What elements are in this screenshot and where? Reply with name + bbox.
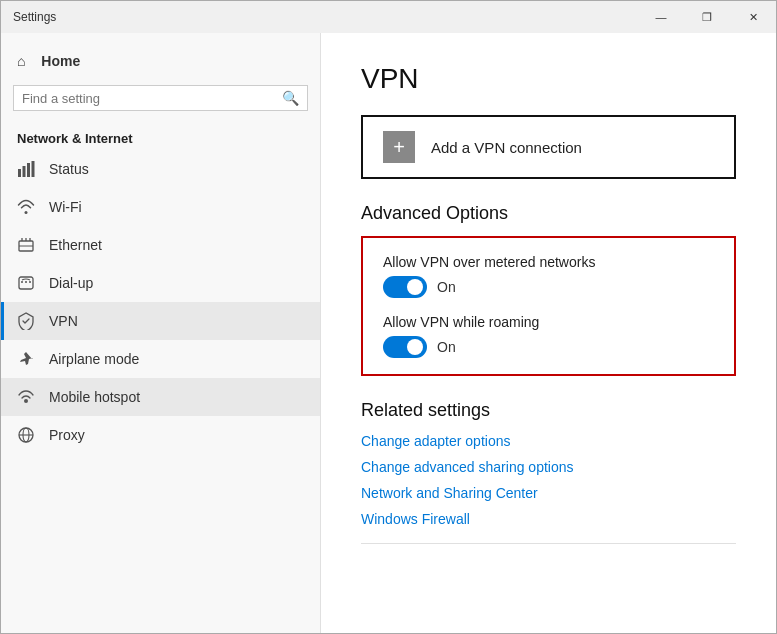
toggle-roaming-knob	[407, 339, 423, 355]
title-bar-controls: — ❐ ✕	[638, 1, 776, 33]
sidebar-label-dialup: Dial-up	[49, 275, 93, 291]
plus-icon: +	[383, 131, 415, 163]
related-link-sharing[interactable]: Change advanced sharing options	[361, 459, 736, 475]
bottom-divider	[361, 543, 736, 554]
sidebar-label-vpn: VPN	[49, 313, 78, 329]
toggle-metered-wrapper: On	[383, 276, 714, 298]
related-settings-title: Related settings	[361, 400, 736, 421]
settings-window: Settings — ❐ ✕ ⌂ Home 🔍 Network & Intern…	[0, 0, 777, 634]
toggle-roaming-switch[interactable]	[383, 336, 427, 358]
advanced-options-title: Advanced Options	[361, 203, 736, 224]
sidebar-item-ethernet[interactable]: Ethernet	[1, 226, 320, 264]
home-label: Home	[41, 53, 80, 69]
sidebar-item-proxy[interactable]: Proxy	[1, 416, 320, 454]
sidebar-label-airplane: Airplane mode	[49, 351, 139, 367]
sidebar-home-item[interactable]: ⌂ Home	[1, 33, 320, 77]
toggle-roaming-label: Allow VPN while roaming	[383, 314, 714, 330]
search-box[interactable]: 🔍	[13, 85, 308, 111]
page-title: VPN	[361, 63, 736, 95]
sidebar-item-airplane[interactable]: Airplane mode	[1, 340, 320, 378]
sidebar-item-vpn[interactable]: VPN	[1, 302, 320, 340]
toggle-metered-label: Allow VPN over metered networks	[383, 254, 714, 270]
toggle-roaming-wrapper: On	[383, 336, 714, 358]
search-icon[interactable]: 🔍	[282, 90, 299, 106]
svg-point-13	[24, 399, 28, 403]
related-link-network-center[interactable]: Network and Sharing Center	[361, 485, 736, 501]
sidebar-item-wifi[interactable]: Wi-Fi	[1, 188, 320, 226]
sidebar-item-hotspot[interactable]: Mobile hotspot	[1, 378, 320, 416]
home-icon: ⌂	[17, 53, 25, 69]
toggle-roaming-state: On	[437, 339, 456, 355]
content-area: VPN + Add a VPN connection Advanced Opti…	[321, 33, 776, 633]
sidebar: ⌂ Home 🔍 Network & Internet St	[1, 33, 321, 633]
ethernet-icon	[17, 236, 35, 254]
main-area: ⌂ Home 🔍 Network & Internet St	[1, 33, 776, 633]
wifi-icon	[17, 198, 35, 216]
sidebar-section-label: Network & Internet	[1, 123, 320, 150]
toggle-metered-knob	[407, 279, 423, 295]
related-link-adapter[interactable]: Change adapter options	[361, 433, 736, 449]
vpn-icon	[17, 312, 35, 330]
advanced-options-box: Allow VPN over metered networks On Allow…	[361, 236, 736, 376]
sidebar-label-status: Status	[49, 161, 89, 177]
toggle-roaming-row: Allow VPN while roaming On	[383, 314, 714, 358]
svg-rect-2	[27, 163, 30, 177]
hotspot-icon	[17, 388, 35, 406]
maximize-button[interactable]: ❐	[684, 1, 730, 33]
add-vpn-label: Add a VPN connection	[431, 139, 582, 156]
sidebar-label-ethernet: Ethernet	[49, 237, 102, 253]
sidebar-label-wifi: Wi-Fi	[49, 199, 82, 215]
toggle-metered-switch[interactable]	[383, 276, 427, 298]
dialup-icon	[17, 274, 35, 292]
add-vpn-button[interactable]: + Add a VPN connection	[361, 115, 736, 179]
close-button[interactable]: ✕	[730, 1, 776, 33]
airplane-icon	[17, 350, 35, 368]
svg-rect-1	[23, 166, 26, 177]
title-bar: Settings — ❐ ✕	[1, 1, 776, 33]
minimize-button[interactable]: —	[638, 1, 684, 33]
proxy-icon	[17, 426, 35, 444]
status-icon	[17, 160, 35, 178]
sidebar-item-dialup[interactable]: Dial-up	[1, 264, 320, 302]
sidebar-label-proxy: Proxy	[49, 427, 85, 443]
svg-rect-3	[32, 161, 35, 177]
toggle-metered-state: On	[437, 279, 456, 295]
window-title: Settings	[13, 10, 56, 24]
svg-rect-0	[18, 169, 21, 177]
search-input[interactable]	[22, 91, 282, 106]
toggle-metered-row: Allow VPN over metered networks On	[383, 254, 714, 298]
related-settings-section: Related settings Change adapter options …	[361, 400, 736, 527]
sidebar-label-hotspot: Mobile hotspot	[49, 389, 140, 405]
sidebar-item-status[interactable]: Status	[1, 150, 320, 188]
related-link-firewall[interactable]: Windows Firewall	[361, 511, 736, 527]
